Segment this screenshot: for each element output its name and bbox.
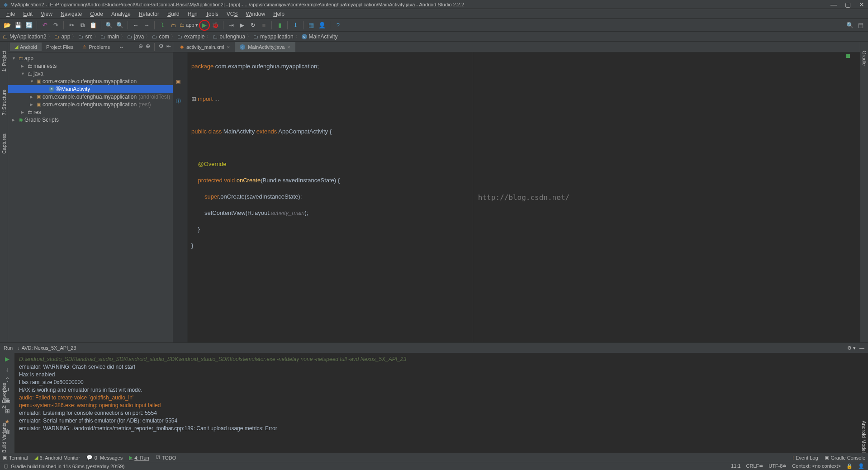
layout-icon[interactable]: ▦ [307,21,316,30]
menu-build[interactable]: Build [164,10,183,18]
override-gutter-icon[interactable]: ⓘ [176,98,181,104]
tree-pkg-test[interactable]: ▶▣com.example.oufenghua.myapplication(te… [8,100,173,108]
filter-icon[interactable]: ▤ [856,21,865,30]
rail-captures[interactable]: Captures [1,133,7,154]
crumb-mainactivity[interactable]: cMainActivity [302,33,338,40]
replace-icon[interactable]: 🔍 [115,21,124,30]
menu-tools[interactable]: Tools [202,10,222,18]
rail-android-model[interactable]: Android Model [861,421,867,453]
avd-icon[interactable]: ▮ [275,21,284,30]
menu-analyze[interactable]: Analyze [108,10,134,18]
ptab-android[interactable]: ◢Android [10,43,42,51]
status-icon[interactable]: ▢ [4,463,8,469]
rail-gradle[interactable]: Gradle [862,51,867,66]
stop-icon[interactable]: ■ [259,21,268,30]
btab-android-monitor[interactable]: ◢ 6: Android Monitor [34,455,80,461]
btab-todo[interactable]: ☑ TODO [156,455,176,461]
undo-icon[interactable]: ↶ [40,21,49,30]
class-gutter-icon[interactable]: ▣ [176,79,180,85]
menu-help[interactable]: Help [270,10,288,18]
crumb-example[interactable]: 🗀example [177,33,204,40]
tree-manifests[interactable]: ▶🗀manifests [8,62,173,70]
rail-project[interactable]: 1: Project [1,51,7,71]
crumb-java[interactable]: 🗀java [127,33,144,40]
crumb-myapplication[interactable]: 🗀myapplication [253,33,293,40]
back-icon[interactable]: ← [131,21,140,30]
rail-favorites[interactable]: 2: Favorites [1,383,7,408]
run-button[interactable]: ▶ [200,21,209,30]
status-lock-icon[interactable]: 🔒 [846,463,853,469]
ptab-project-files[interactable]: Project Files [42,43,78,51]
target-icon[interactable]: ⊕ [146,43,150,51]
make-icon[interactable]: ⤵ [158,21,167,30]
debug-icon[interactable]: 🐞 [211,21,220,30]
copy-icon[interactable]: ⧉ [78,21,87,30]
menu-refactor[interactable]: Refactor [135,10,163,18]
find-icon[interactable]: 🔍 [104,21,114,30]
menu-navigate[interactable]: Navigate [57,10,85,18]
menu-vcs[interactable]: VCS [223,10,242,18]
tree-pkg-androidtest[interactable]: ▶▣com.example.oufenghua.myapplication(an… [8,93,173,100]
crumb-oufenghua[interactable]: 🗀oufenghua [213,33,245,40]
rail-build-variants[interactable]: Build Variants [1,423,7,453]
hide-icon[interactable]: — [859,345,864,351]
status-pos[interactable]: 11:1 [731,463,740,469]
btab-terminal[interactable]: ▣ Terminal [3,455,28,461]
editor-body[interactable]: ▣ ⓘ package com.example.oufenghua.myappl… [173,52,860,342]
attach-icon[interactable]: ⇥ [227,21,236,30]
maximize-button[interactable]: ▢ [845,1,851,8]
status-encoding[interactable]: UTF-8≑ [768,463,787,469]
stop-icon[interactable]: ↓ [6,366,9,373]
menu-view[interactable]: View [37,10,56,18]
ptab-more[interactable]: ↔ [114,43,128,51]
forward-icon[interactable]: → [142,21,151,30]
console[interactable]: D:\android_studio_SDK\android_studio_SDK… [14,353,868,453]
status-context[interactable]: Context: <no context> [792,463,841,469]
menu-window[interactable]: Window [242,10,269,18]
hide-icon[interactable]: ⇤ [166,43,171,51]
crumb-main[interactable]: 🗀main [100,33,119,40]
rail-structure[interactable]: 7: Structure [1,90,7,115]
minimize-button[interactable]: — [830,1,837,8]
tree-java[interactable]: ▼🗀java [8,70,173,77]
sdk-icon[interactable]: ⬇ [291,21,300,30]
profile-icon[interactable]: ↻ [248,21,257,30]
theme-icon[interactable]: 👤 [318,21,327,30]
search-icon[interactable]: 🔍 [845,21,854,30]
paste-icon[interactable]: 📋 [89,21,98,30]
crumb-project[interactable]: 🗀MyApplication2 [3,33,46,40]
btab-run[interactable]: ▶ 4: Run [129,455,149,461]
collapse-icon[interactable]: ⊖ [138,43,143,51]
status-man-icon[interactable]: 👤 [858,463,864,469]
help-icon[interactable]: ? [333,21,342,30]
redo-icon[interactable]: ↷ [51,21,60,30]
close-tab-icon[interactable]: × [227,44,230,50]
close-tab-icon[interactable]: × [287,44,290,50]
run-config-selector[interactable]: 🗀 app ▾ [180,22,198,28]
config-folder-icon[interactable]: 🗀 [169,21,178,30]
gear-icon[interactable]: ⚙ ▾ [847,345,856,351]
crumb-com[interactable]: 🗀com [152,33,169,40]
ptab-problems[interactable]: ⚠Problems [78,43,114,51]
btab-messages[interactable]: 💬 0: Messages [86,455,123,461]
up-icon[interactable]: ⇧ [5,376,10,383]
menu-file[interactable]: File [3,10,19,18]
open-icon[interactable]: 📂 [3,21,12,30]
menu-code[interactable]: Code [86,10,107,18]
menu-run[interactable]: Run [184,10,201,18]
gear-icon[interactable]: ⚙ [159,43,164,51]
menu-edit[interactable]: Edit [19,10,36,18]
close-button[interactable]: ✕ [859,1,864,8]
btab-event-log[interactable]: ! Event Log [792,455,818,461]
tree-mainactivity[interactable]: c ⓐ MainActivity [8,85,173,93]
code-editor[interactable]: package com.example.oufenghua.myapplicat… [188,52,860,342]
sync-icon[interactable]: 🔄 [24,21,33,30]
cut-icon[interactable]: ✂ [67,21,76,30]
crumb-app[interactable]: 🗀app [54,33,70,40]
etab-activity-main[interactable]: ◆activity_main.xml× [175,42,235,52]
status-crlf[interactable]: CRLF≑ [746,463,763,469]
tree-pkg-main[interactable]: ▼▣com.example.oufenghua.myapplication [8,77,173,85]
btab-gradle-console[interactable]: ▣ Gradle Console [825,455,865,461]
coverage-icon[interactable]: ▶ [237,21,247,30]
tree-app[interactable]: ▼🗀app [8,54,173,62]
